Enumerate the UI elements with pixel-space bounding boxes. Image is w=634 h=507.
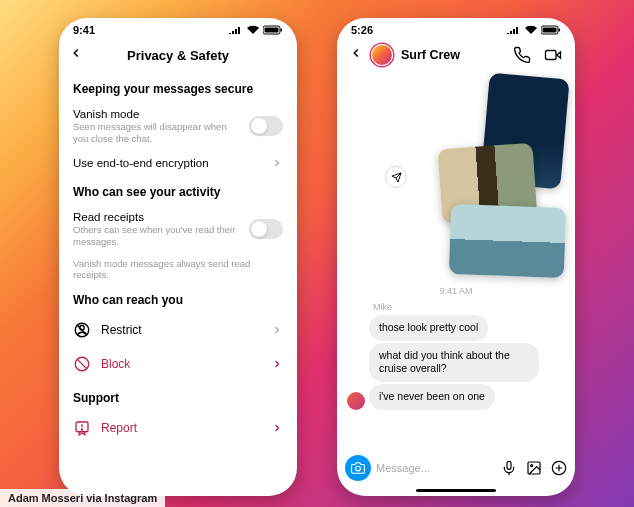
svg-rect-2 xyxy=(281,29,283,32)
back-button[interactable] xyxy=(69,46,87,64)
vanish-mode-row[interactable]: Vanish mode Seen messages will disappear… xyxy=(73,102,283,151)
message-bubble[interactable]: i've never been on one xyxy=(369,384,495,410)
settings-screen: 9:41 Privacy & Safety Keeping your messa… xyxy=(59,18,297,496)
setting-label: Block xyxy=(101,357,261,371)
message-row: i've never been on one xyxy=(347,384,565,410)
status-icons xyxy=(228,25,283,35)
setting-sub: Others can see when you've read their me… xyxy=(73,224,241,248)
home-indicator[interactable] xyxy=(416,489,496,492)
block-row[interactable]: Block xyxy=(73,347,283,381)
chevron-right-icon xyxy=(271,157,283,169)
sticker-button[interactable] xyxy=(551,460,567,476)
status-time: 5:26 xyxy=(351,24,373,36)
svg-point-10 xyxy=(81,429,82,430)
composer: Message... xyxy=(337,450,575,487)
status-bar: 9:41 xyxy=(59,18,297,40)
screen-header: Privacy & Safety xyxy=(59,40,297,72)
forward-button[interactable] xyxy=(385,166,407,188)
svg-rect-13 xyxy=(559,29,561,32)
section-heading-support: Support xyxy=(73,391,283,405)
setting-sub: Seen messages will disappear when you cl… xyxy=(73,121,241,145)
read-receipts-row[interactable]: Read receipts Others can see when you've… xyxy=(73,205,283,254)
signal-icon xyxy=(506,25,521,35)
image-credit: Adam Mosseri via Instagram xyxy=(0,489,165,507)
svg-marker-15 xyxy=(557,52,561,58)
svg-rect-17 xyxy=(507,461,511,469)
svg-point-16 xyxy=(356,466,361,471)
back-button[interactable] xyxy=(349,46,363,64)
section-heading-secure: Keeping your messages secure xyxy=(73,82,283,96)
chat-avatar[interactable] xyxy=(371,44,393,66)
wifi-icon xyxy=(524,25,538,35)
camera-button[interactable] xyxy=(345,455,371,481)
restrict-row[interactable]: Restrict xyxy=(73,313,283,347)
read-receipts-toggle[interactable] xyxy=(249,219,283,239)
chat-header: Surf Crew xyxy=(337,40,575,72)
message-row: those look pretty cool xyxy=(347,315,565,341)
chevron-right-icon xyxy=(271,358,283,370)
setting-label: Vanish mode xyxy=(73,108,241,120)
signal-icon xyxy=(228,25,243,35)
chat-timestamp: 9:41 AM xyxy=(347,286,565,296)
svg-line-7 xyxy=(77,359,87,369)
vanish-mode-toggle[interactable] xyxy=(249,116,283,136)
svg-rect-12 xyxy=(543,28,557,33)
section-heading-reach: Who can reach you xyxy=(73,293,283,307)
photo-3[interactable] xyxy=(449,204,566,278)
block-icon xyxy=(73,355,91,373)
report-row[interactable]: Report xyxy=(73,411,283,445)
gallery-button[interactable] xyxy=(526,460,542,476)
section-heading-activity: Who can see your activity xyxy=(73,185,283,199)
setting-label: Restrict xyxy=(101,323,261,337)
status-time: 9:41 xyxy=(73,24,95,36)
audio-call-button[interactable] xyxy=(513,46,531,64)
message-bubble[interactable]: what did you think about the cruise over… xyxy=(369,343,539,382)
svg-point-20 xyxy=(531,465,533,467)
setting-label: Read receipts xyxy=(73,211,241,223)
sender-name: Mike xyxy=(373,302,565,312)
wifi-icon xyxy=(246,25,260,35)
video-call-button[interactable] xyxy=(543,46,563,64)
restrict-icon xyxy=(73,321,91,339)
message-row: what did you think about the cruise over… xyxy=(347,343,565,382)
battery-icon xyxy=(541,25,561,35)
chat-screen: 5:26 Surf Crew xyxy=(337,18,575,496)
e2e-encryption-row[interactable]: Use end-to-end encryption xyxy=(73,151,283,175)
battery-icon xyxy=(263,25,283,35)
message-input[interactable]: Message... xyxy=(376,462,496,474)
message-avatar[interactable] xyxy=(347,392,365,410)
setting-label: Use end-to-end encryption xyxy=(73,157,263,169)
status-bar: 5:26 xyxy=(337,18,575,40)
report-icon xyxy=(73,419,91,437)
voice-button[interactable] xyxy=(501,460,517,476)
page-title: Privacy & Safety xyxy=(87,48,269,63)
svg-rect-14 xyxy=(546,51,557,60)
chat-body[interactable]: 9:41 AM Mike those look pretty cool what… xyxy=(337,72,575,450)
setting-label: Report xyxy=(101,421,261,435)
receipts-note: Vanish mode messages always send read re… xyxy=(73,254,283,284)
status-icons xyxy=(506,25,561,35)
svg-rect-1 xyxy=(265,28,279,33)
message-bubble[interactable]: those look pretty cool xyxy=(369,315,488,341)
chat-title[interactable]: Surf Crew xyxy=(401,48,505,62)
settings-list[interactable]: Keeping your messages secure Vanish mode… xyxy=(59,72,297,496)
photo-message-stack[interactable] xyxy=(415,76,565,276)
chevron-right-icon xyxy=(271,324,283,336)
chevron-right-icon xyxy=(271,422,283,434)
